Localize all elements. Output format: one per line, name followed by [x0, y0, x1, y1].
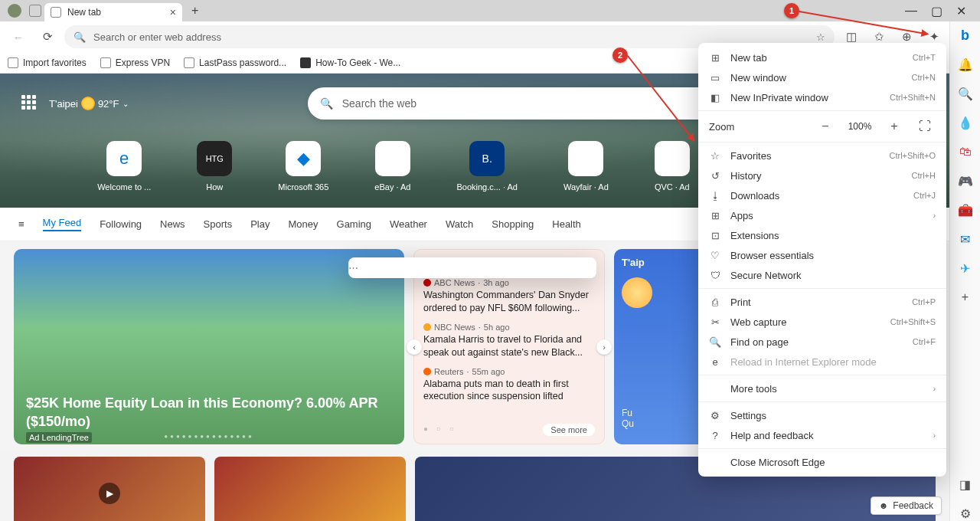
favorite-star-icon[interactable]: ☆ [816, 31, 825, 43]
gear-icon: ⚙ [709, 410, 721, 421]
source-icon [423, 368, 431, 375]
menu-history[interactable]: ↺HistoryCtrl+H [698, 165, 946, 185]
feed-tab[interactable]: Shopping [492, 218, 534, 230]
send-icon[interactable]: ✈ [958, 260, 973, 276]
tab-close-icon[interactable]: × [170, 6, 176, 18]
apps-waffle-icon[interactable] [21, 95, 38, 112]
zoom-out-button[interactable]: − [815, 120, 836, 133]
annotation-2: 2 [612, 48, 628, 63]
quick-link[interactable]: ◆Microsoft 365 [278, 141, 328, 192]
video-thumb[interactable] [14, 457, 205, 521]
workspaces-icon[interactable] [29, 5, 41, 17]
feed-tab[interactable]: Weather [390, 218, 427, 230]
zoom-in-button[interactable]: + [884, 120, 905, 133]
bookmark-item[interactable]: LastPass password... [184, 57, 286, 68]
hamburger-icon[interactable]: ≡ [18, 218, 24, 230]
feed-tab[interactable]: My Feed [43, 217, 82, 231]
outlook-icon[interactable]: ✉ [958, 231, 973, 247]
menu-downloads[interactable]: ⭳DownloadsCtrl+J [698, 185, 946, 205]
feed-tab[interactable]: Gaming [337, 218, 372, 230]
help-icon: ? [709, 430, 721, 441]
menu-favorites[interactable]: ☆FavoritesCtrl+Shift+O [698, 146, 946, 165]
feed-tab[interactable]: Following [100, 218, 142, 230]
feed-tab[interactable]: Watch [446, 218, 473, 230]
tools-icon[interactable]: 🧰 [958, 202, 973, 218]
sidebar-toggle-icon[interactable]: ◨ [958, 477, 973, 492]
next-icon[interactable]: › [596, 339, 612, 355]
drop-icon[interactable]: 💧 [958, 115, 973, 130]
see-more-button[interactable]: See more [543, 424, 595, 436]
fullscreen-icon[interactable]: ⛶ [914, 120, 936, 133]
window-icon: ▭ [709, 72, 721, 84]
page-icon [100, 57, 111, 68]
browser-tab[interactable]: New tab × [44, 3, 182, 21]
quick-link[interactable]: eWelcome to ... [97, 141, 151, 192]
download-icon: ⭳ [709, 190, 721, 202]
add-tool-icon[interactable]: + [958, 290, 973, 305]
quick-link[interactable]: QQVC · Ad [655, 141, 690, 192]
weather-card[interactable]: T'aip Fu Qu [614, 249, 706, 444]
capture-icon: ✂ [709, 316, 721, 328]
card-more-icon[interactable]: ⋯ [348, 257, 596, 278]
bookmark-item[interactable]: How-To Geek - We... [300, 57, 400, 68]
inprivate-icon: ◧ [709, 92, 721, 103]
menu-find[interactable]: 🔍Find on pageCtrl+F [698, 332, 946, 352]
feed-tab[interactable]: Health [552, 218, 581, 230]
menu-web-capture[interactable]: ✂Web captureCtrl+Shift+S [698, 312, 946, 332]
hero-search-input[interactable]: 🔍 Search the web 🎤 ⌕ [308, 87, 760, 120]
feedback-button[interactable]: ☻ Feedback [871, 496, 942, 515]
menu-essentials[interactable]: ♡Browser essentials [698, 245, 946, 265]
hero-search-placeholder: Search the web [342, 97, 416, 110]
quick-link[interactable]: 🛍eBay · Ad [374, 141, 410, 192]
article-thumb[interactable] [214, 457, 406, 521]
menu-secure-network[interactable]: 🛡Secure Network [698, 265, 946, 285]
search-rail-icon[interactable]: 🔍 [958, 86, 973, 101]
quick-link[interactable]: HTGHow [197, 141, 232, 192]
menu-apps[interactable]: ⊞Apps› [698, 205, 946, 225]
menu-print[interactable]: ⎙PrintCtrl+P [698, 292, 946, 312]
hero-card[interactable]: $25K Home Equity Loan in this Economy? 6… [14, 249, 404, 444]
quick-link[interactable]: ✳Wayfair · Ad [564, 141, 609, 192]
story-item[interactable]: Reuters·55m ago Alabama puts man to deat… [423, 367, 595, 404]
shopping-icon[interactable]: 🛍 [958, 144, 973, 159]
minimize-icon[interactable]: — [905, 4, 917, 18]
story-item[interactable]: NBC News·5h ago Kamala Harris to travel … [423, 323, 595, 359]
edge-more-menu: ⊞New tabCtrl+T ▭New windowCtrl+N ◧New In… [698, 43, 946, 477]
weather-widget[interactable]: T'aipei 92°F ⌄ [49, 97, 129, 110]
new-tab-button[interactable]: + [191, 4, 198, 18]
close-window-icon[interactable]: ✕ [956, 4, 966, 18]
bookmark-import[interactable]: Import favorites [8, 57, 87, 68]
bookmark-item[interactable]: Express VPN [100, 57, 170, 68]
quick-link[interactable]: B.Booking.c... · Ad [456, 141, 518, 192]
back-button[interactable]: ← [6, 25, 31, 49]
settings-rail-icon[interactable]: ⚙ [958, 506, 973, 521]
prev-icon[interactable]: ‹ [407, 339, 422, 355]
extension-icon: ⊡ [709, 230, 721, 241]
feed-tab[interactable]: Sports [204, 218, 233, 230]
source-icon [423, 279, 431, 287]
chevron-right-icon: › [933, 211, 936, 220]
bell-icon[interactable]: 🔔 [958, 57, 973, 72]
menu-more-tools[interactable]: More tools› [698, 378, 946, 398]
menu-new-tab[interactable]: ⊞New tabCtrl+T [698, 48, 946, 67]
tab-icon: ⊞ [709, 52, 721, 64]
tab-title: New tab [67, 7, 101, 18]
sidebar-rail: b 🔔 🔍 💧 🛍 🎮 🧰 ✉ ✈ + ◨ ⚙ [949, 21, 980, 521]
page-dots: ● ○ ○ [423, 424, 457, 433]
feed-tab[interactable]: Play [250, 218, 270, 230]
maximize-icon[interactable]: ▢ [931, 4, 942, 18]
refresh-button[interactable]: ⟳ [35, 25, 60, 49]
menu-help[interactable]: ?Help and feedback› [698, 425, 946, 445]
hero-card-headline: $25K Home Equity Loan in this Economy? 6… [26, 395, 392, 431]
story-item[interactable]: ABC News·3h ago Washington Commanders' D… [423, 278, 595, 315]
menu-settings[interactable]: ⚙Settings [698, 405, 946, 425]
feed-tab[interactable]: News [160, 218, 185, 230]
menu-new-window[interactable]: ▭New windowCtrl+N [698, 67, 946, 87]
profile-avatar-icon[interactable] [8, 4, 21, 18]
menu-extensions[interactable]: ⊡Extensions [698, 225, 946, 245]
menu-inprivate[interactable]: ◧New InPrivate windowCtrl+Shift+N [698, 87, 946, 107]
menu-close-edge[interactable]: Close Microsoft Edge [698, 452, 946, 472]
bing-icon[interactable]: b [958, 28, 973, 43]
feed-tab[interactable]: Money [288, 218, 318, 230]
games-icon[interactable]: 🎮 [958, 173, 973, 188]
